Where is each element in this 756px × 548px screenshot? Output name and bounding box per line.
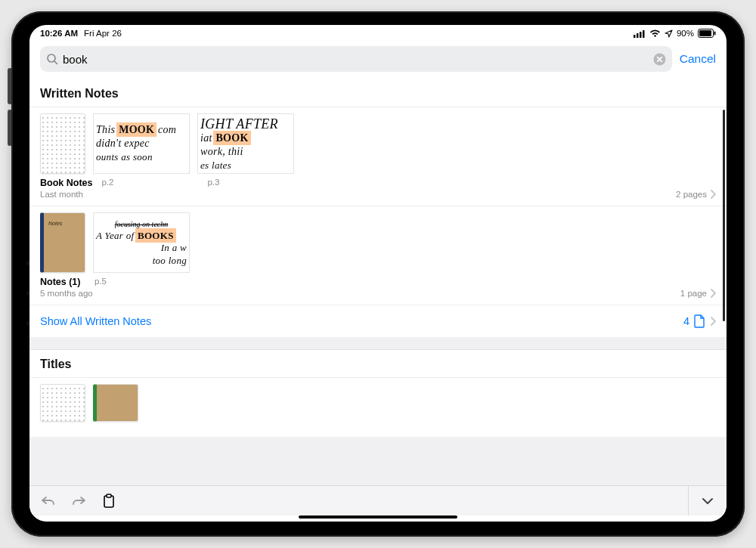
page-preview: focusing on techn A Year of Books In a w…	[93, 212, 190, 273]
page-label: p.5	[94, 277, 191, 287]
search-icon	[46, 53, 58, 65]
page-label: p.2	[101, 178, 198, 188]
content-area: Written Notes This MOOK com didn't expec…	[29, 79, 727, 485]
cancel-button[interactable]: Cancel	[680, 52, 716, 66]
battery-icon	[698, 29, 716, 38]
show-all-count: 4	[683, 315, 689, 327]
section-header-written: Written Notes	[29, 79, 727, 107]
result-title: Book Notes	[40, 178, 92, 188]
notebook-cover-icon	[40, 384, 85, 422]
battery-pct: 90%	[677, 29, 694, 38]
home-indicator[interactable]	[299, 515, 457, 519]
chevron-right-icon	[710, 317, 716, 326]
screen: 10:26 AM Fri Apr 26 90% Cancel Written N…	[29, 25, 727, 522]
device-frame: 10:26 AM Fri Apr 26 90% Cancel Written N…	[11, 11, 745, 537]
show-all-label: Show All Written Notes	[40, 315, 151, 327]
status-right: 90%	[634, 29, 716, 38]
svg-line-8	[54, 61, 57, 64]
location-icon	[665, 29, 673, 38]
result-row[interactable]	[29, 378, 727, 437]
result-row[interactable]: focusing on techn A Year of Books In a w…	[29, 206, 727, 305]
svg-rect-5	[699, 30, 711, 36]
scroll-indicator[interactable]	[723, 110, 725, 321]
status-time: 10:26 AM	[40, 29, 78, 38]
search-field[interactable]	[40, 46, 672, 72]
wifi-icon	[649, 29, 661, 38]
svg-rect-3	[643, 30, 645, 38]
dismiss-keyboard-button[interactable]	[699, 493, 716, 509]
svg-rect-6	[714, 32, 716, 36]
svg-rect-1	[637, 33, 639, 38]
notebook-cover-icon	[40, 113, 85, 174]
bottom-toolbar	[29, 485, 727, 515]
show-all-written-notes[interactable]: Show All Written Notes 4	[29, 305, 727, 337]
svg-rect-11	[107, 494, 111, 497]
status-date: Fri Apr 26	[84, 29, 122, 38]
svg-rect-2	[640, 32, 642, 38]
result-time: 5 months ago	[40, 289, 93, 298]
chevron-right-icon	[710, 190, 716, 199]
notebook-cover-icon	[40, 212, 85, 273]
notebook-cover-icon	[93, 384, 138, 422]
result-title: Notes (1)	[40, 277, 85, 287]
result-time: Last month	[40, 190, 83, 199]
svg-rect-0	[634, 35, 636, 38]
chevron-right-icon	[710, 289, 716, 298]
page-label: p.3	[207, 178, 304, 188]
result-row[interactable]: This MOOK com didn't expec ounts as soon…	[29, 107, 727, 206]
document-icon	[694, 314, 705, 328]
search-row: Cancel	[29, 42, 727, 79]
result-pagecount: 1 page	[680, 289, 707, 298]
undo-button[interactable]	[40, 493, 57, 509]
result-pagecount: 2 pages	[676, 190, 707, 199]
section-header-titles: Titles	[29, 349, 727, 378]
status-bar: 10:26 AM Fri Apr 26 90%	[29, 25, 727, 42]
page-preview: This MOOK com didn't expec ounts as soon	[93, 113, 190, 174]
cell-signal-icon	[634, 29, 646, 38]
clipboard-button[interactable]	[101, 493, 117, 509]
page-preview: ight after iat BOOK work, thii es lates	[197, 113, 294, 174]
search-input[interactable]	[63, 53, 649, 66]
redo-button[interactable]	[70, 493, 87, 509]
clear-icon[interactable]	[653, 53, 666, 66]
